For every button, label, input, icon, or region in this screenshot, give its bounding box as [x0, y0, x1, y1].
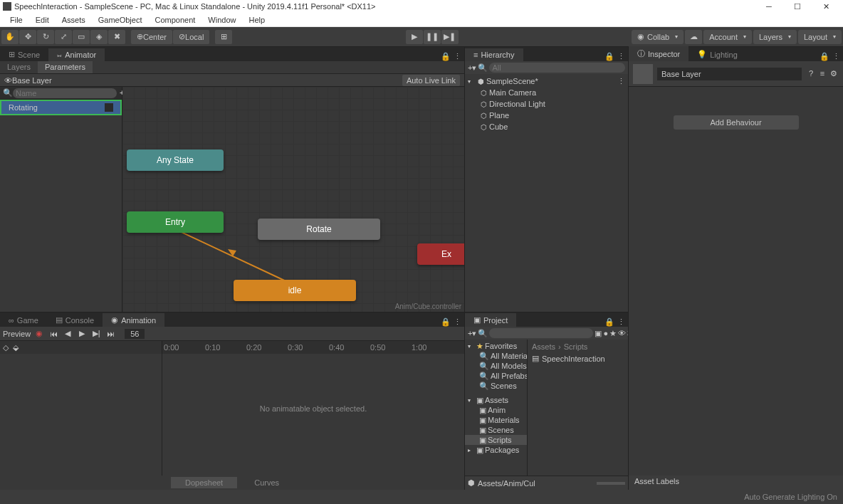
scene-menu-icon[interactable]: ⋮ [617, 77, 628, 86]
scene-row[interactable]: ▾⬢ SampleScene* ⋮ [465, 75, 628, 87]
layers-dropdown[interactable]: Layers [753, 30, 797, 44]
p-lock-icon[interactable]: 🔒 [604, 317, 614, 327]
fav-item[interactable]: 🔍All Models [465, 361, 527, 371]
hierarchy-search[interactable] [489, 63, 625, 73]
folder-item[interactable]: ▣Anim [465, 405, 527, 415]
hierarchy-item[interactable]: ⬡Directional Light [465, 98, 628, 110]
tab-scene[interactable]: ⊞ Scene [0, 48, 48, 61]
add-event-icon[interactable]: ⬙ [13, 343, 19, 352]
node-exit[interactable]: Ex [417, 243, 464, 265]
menu-assets[interactable]: Assets [56, 14, 91, 26]
tab-menu-icon[interactable]: ⋮ [454, 52, 461, 61]
help-icon[interactable]: ? [806, 69, 816, 79]
step-button[interactable]: ▶❚ [441, 30, 459, 44]
layer-name-field[interactable] [657, 68, 802, 80]
param-checkbox[interactable] [105, 103, 113, 112]
filter-type-icon[interactable]: ▣ [595, 329, 602, 338]
menu-edit[interactable]: Edit [30, 14, 55, 26]
create-dropdown[interactable]: +▾ [468, 63, 476, 73]
node-entry[interactable]: Entry [127, 211, 224, 233]
scale-tool[interactable]: ⤢ [55, 30, 72, 44]
menu-file[interactable]: File [4, 14, 28, 26]
project-search[interactable] [489, 328, 593, 338]
move-tool[interactable]: ✥ [19, 30, 36, 44]
folder-item[interactable]: ▣Scenes [465, 425, 527, 435]
zoom-slider[interactable] [597, 482, 625, 485]
tab-animator[interactable]: ⟗ Animator [48, 48, 105, 61]
script-asset[interactable]: ▤ SpeechInteraction [529, 352, 627, 364]
fav-item[interactable]: 🔍Scenes [465, 381, 527, 391]
p-create-dropdown[interactable]: +▾ [468, 329, 476, 338]
h-menu-icon[interactable]: ⋮ [617, 52, 625, 61]
fav-item[interactable]: 🔍All Prefabs [465, 371, 527, 381]
rotate-tool[interactable]: ↻ [37, 30, 54, 44]
pivot-local[interactable]: ⊘Local [173, 30, 209, 44]
p-menu-icon[interactable]: ⋮ [617, 317, 625, 327]
tab-console[interactable]: ▤ Console [47, 313, 103, 327]
eye-icon[interactable]: 👁 [4, 76, 12, 85]
minimize-button[interactable]: ─ [755, 0, 783, 13]
menu-gameobject[interactable]: GameObject [93, 14, 148, 26]
snap-tool[interactable]: ⊞ [215, 30, 232, 44]
anim-menu-icon[interactable]: ⋮ [454, 317, 461, 327]
tab-lighting[interactable]: 💡 Lighting [688, 48, 746, 61]
tab-inspector[interactable]: ⓘ Inspector [629, 46, 688, 61]
rect-tool[interactable]: ▭ [73, 30, 90, 44]
tab-project[interactable]: ▣ Project [465, 313, 516, 327]
hierarchy-item[interactable]: ⬡Plane [465, 110, 628, 121]
last-frame-button[interactable]: ⏭ [105, 330, 116, 338]
node-any-state[interactable]: Any State [127, 149, 224, 171]
gear-icon[interactable]: ⚙ [829, 69, 839, 79]
hidden-icon[interactable]: 👁 [618, 329, 626, 337]
pause-button[interactable]: ❚❚ [424, 30, 441, 44]
curves-tab[interactable]: Curves [240, 477, 293, 488]
cloud-icon[interactable]: ☁ [685, 30, 702, 44]
i-lock-icon[interactable]: 🔒 [820, 52, 829, 61]
account-dropdown[interactable]: Account [703, 30, 752, 44]
packages-folder[interactable]: ▸▣Packages [465, 445, 527, 455]
favorites-folder[interactable]: ▾★Favorites [465, 341, 527, 351]
param-rotating[interactable]: Rotating [0, 100, 122, 115]
first-frame-button[interactable]: ⏮ [48, 330, 59, 338]
close-button[interactable]: ✕ [812, 0, 840, 13]
assets-folder[interactable]: ▾▣Assets [465, 395, 527, 405]
layout-dropdown[interactable]: Layout [798, 30, 842, 44]
custom-tool[interactable]: ✖ [108, 30, 125, 44]
sub-tab-parameters[interactable]: Parameters [38, 61, 93, 73]
tab-lock-icon[interactable]: 🔒 [441, 52, 451, 61]
node-idle[interactable]: idle [234, 280, 356, 301]
hand-tool[interactable]: ✋ [1, 30, 19, 44]
pivot-center[interactable]: ⊕Center [131, 30, 172, 44]
tab-game[interactable]: ∞ Game [0, 314, 47, 327]
next-frame-button[interactable]: ▶| [90, 329, 102, 338]
auto-live-link[interactable]: Auto Live Link [402, 75, 460, 86]
tab-hierarchy[interactable]: ≡ Hierarchy [465, 48, 523, 61]
param-search-input[interactable] [13, 88, 117, 98]
hierarchy-item[interactable]: ⬡Cube [465, 121, 628, 132]
prev-frame-button[interactable]: ◀ [62, 329, 73, 338]
transform-tool[interactable]: ◈ [90, 30, 108, 44]
play-button[interactable]: ▶ [406, 30, 423, 44]
maximize-button[interactable]: ☐ [783, 0, 812, 13]
i-menu-icon[interactable]: ⋮ [832, 52, 840, 61]
hierarchy-item[interactable]: ⬡Main Camera [465, 87, 628, 98]
dopesheet-tab[interactable]: Dopesheet [171, 477, 237, 488]
collab-dropdown[interactable]: ◉ Collab [632, 30, 684, 44]
folder-item-scripts[interactable]: ▣Scripts [465, 435, 527, 445]
play-anim-button[interactable]: ▶ [76, 329, 88, 338]
add-behaviour-button[interactable]: Add Behaviour [674, 115, 799, 130]
animator-graph[interactable]: Any State Entry Rotate idle Ex Anim/Cube… [122, 87, 464, 312]
breadcrumb[interactable]: Assets › Scripts [529, 341, 627, 352]
record-button[interactable]: ◉ [33, 329, 45, 338]
menu-help[interactable]: Help [243, 14, 271, 26]
filter-label-icon[interactable]: ● [603, 329, 608, 337]
preset-icon[interactable]: ≡ [817, 69, 827, 79]
tab-animation[interactable]: ◉ Animation [103, 313, 164, 327]
filter-fav-icon[interactable]: ★ [609, 329, 617, 338]
folder-item[interactable]: ▣Materials [465, 415, 527, 425]
sub-tab-layers[interactable]: Layers [0, 61, 38, 73]
node-rotate[interactable]: Rotate [258, 219, 380, 240]
h-lock-icon[interactable]: 🔒 [604, 52, 614, 61]
anim-lock-icon[interactable]: 🔒 [441, 317, 451, 327]
frame-field[interactable]: 56 [125, 329, 145, 339]
